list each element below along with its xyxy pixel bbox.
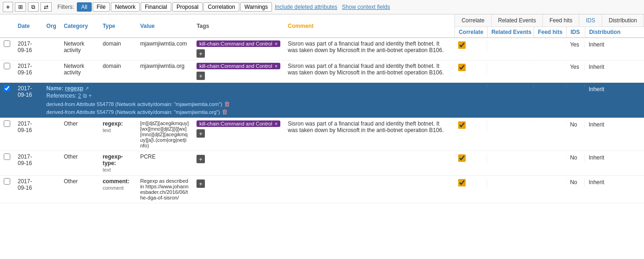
filter-show-context[interactable]: Show context fields — [340, 3, 392, 11]
row-value: [m][djtZ][acegikmquy][wx][mno][djtZ][i][… — [136, 118, 193, 151]
arrows-icon-button[interactable]: ⇄ — [41, 2, 52, 12]
correlate-checkbox[interactable] — [458, 179, 466, 186]
row-category: Other — [60, 151, 99, 176]
correlate-checkbox[interactable] — [458, 121, 466, 129]
trash-icon-1[interactable]: 🗑 — [224, 100, 230, 107]
toolbar-actions: + ⊞ ⧉ ⇄ — [3, 2, 52, 12]
references-label: References: — [47, 93, 78, 99]
row-checkbox-cell[interactable] — [0, 176, 14, 203]
filter-network[interactable]: Network — [111, 2, 140, 12]
references-count[interactable]: 2 — [78, 93, 81, 99]
row-date: 2017-09-16 — [14, 60, 43, 83]
row-tail-cells: No Inherit — [454, 151, 644, 176]
tab-ids[interactable]: IDS — [579, 14, 602, 27]
copy-icon-button[interactable]: ⧉ — [28, 2, 39, 12]
add-button[interactable]: + — [3, 2, 13, 12]
col-comment[interactable]: Comment — [284, 14, 454, 38]
correlate-checkbox[interactable] — [458, 154, 466, 162]
row-ids: Yes — [566, 40, 585, 49]
row-distribution: Inherit — [585, 153, 622, 162]
external-link-icon[interactable]: ↗ — [85, 86, 89, 91]
tab-distribution[interactable]: DistrIbution — [602, 14, 644, 27]
tag-remove-button[interactable]: × — [275, 121, 278, 126]
tab-correlate[interactable]: Correlate — [455, 14, 491, 27]
filter-proposal[interactable]: Proposal — [172, 2, 203, 12]
table-header-row: Date Org Category Type Value Tags Commen… — [0, 14, 644, 38]
table-row: 2017-09-16 Other regexp: text [m][djtZ][… — [0, 118, 644, 151]
name-link[interactable]: regexp — [65, 85, 83, 92]
row-value: PCRE — [136, 151, 193, 176]
type-sub: text — [102, 127, 111, 133]
row-distribution-expanded: Inherit — [585, 85, 622, 93]
col-date[interactable]: Date — [14, 14, 43, 38]
filter-warnings[interactable]: Warnings — [240, 2, 272, 12]
table-row: 2017-09-16 Network activity domain mjawm… — [0, 38, 644, 60]
row-checkbox[interactable] — [4, 40, 10, 47]
filter-all[interactable]: All — [77, 2, 91, 12]
row-tags: + — [193, 151, 284, 176]
filter-financial[interactable]: Financial — [141, 2, 171, 12]
row-checkbox[interactable] — [4, 178, 10, 185]
attributes-table: Date Org Category Type Value Tags Commen… — [0, 14, 644, 203]
row-comment — [284, 176, 454, 203]
table-row: 2017-09-16 Other comment: comment Regexp… — [0, 176, 644, 203]
tag-pill: kill-chain:Command and Control × — [197, 120, 280, 127]
comment-text: Sisron was part of a financial fraud and… — [288, 40, 444, 53]
row-checkbox[interactable] — [4, 120, 10, 127]
tag-add-button[interactable]: + — [197, 129, 205, 138]
row-ids: No — [566, 178, 585, 186]
row-checkbox[interactable] — [4, 153, 10, 160]
filter-include-deleted[interactable]: Include deleted attributes — [273, 3, 339, 11]
tag-add-button[interactable]: + — [197, 155, 205, 163]
row-ids: No — [566, 153, 585, 162]
tag-add-button[interactable]: + — [197, 72, 205, 80]
trash-icon-2[interactable]: 🗑 — [222, 108, 228, 115]
type-bold: regexp: — [102, 120, 122, 127]
col-type[interactable]: Type — [99, 14, 136, 38]
row-tags: kill-chain:Command and Control × + — [193, 60, 284, 83]
row-expanded-details: Name: regexp ↗ References: 2 ⧉ + derived… — [43, 83, 455, 118]
correlate-checkbox[interactable] — [458, 41, 466, 49]
filter-correlation[interactable]: Correlation — [203, 2, 239, 12]
row-value: mjawmjiwmtia.com — [136, 38, 193, 60]
col-checkbox — [0, 14, 14, 38]
tag-add-button[interactable]: + — [197, 49, 205, 58]
tag-label: kill-chain:Command and Control — [199, 63, 272, 69]
col-category[interactable]: Category — [60, 14, 99, 38]
col-correlate[interactable]: Correlate Related Events Feed hits IDS D… — [454, 14, 644, 38]
row-tail-cells: Yes Inherit — [454, 38, 644, 60]
row-checkbox-cell[interactable] — [0, 60, 14, 83]
tag-remove-button[interactable]: × — [275, 41, 278, 46]
col-tags: Tags — [193, 14, 284, 38]
row-checkbox-cell[interactable] — [0, 38, 14, 60]
add-ref-icon[interactable]: + — [88, 93, 92, 99]
row-comment: Sisron was part of a financial fraud and… — [284, 60, 454, 83]
row-ids: Yes — [566, 63, 585, 71]
row-tail-cells-expanded: Inherit — [454, 83, 644, 118]
row-checkbox-cell[interactable] — [0, 151, 14, 176]
row-checkbox[interactable] — [4, 85, 10, 92]
row-checkbox-cell[interactable] — [0, 118, 14, 151]
row-date: 2017-09-16 — [14, 118, 43, 151]
col-org[interactable]: Org — [43, 14, 60, 38]
derived-text-2: derived-from Attribute 554779 (Network a… — [47, 109, 220, 115]
filter-file[interactable]: File — [93, 2, 110, 12]
col-value[interactable]: Value — [136, 14, 193, 38]
correlate-checkbox[interactable] — [458, 64, 466, 71]
tab-related-events[interactable]: Related Events — [492, 14, 543, 27]
row-org — [43, 118, 60, 151]
tab-feed-hits[interactable]: Feed hits — [543, 14, 579, 27]
tag-remove-button[interactable]: × — [275, 63, 278, 69]
row-checkbox[interactable] — [4, 63, 10, 69]
comment-text: Sisron was part of a financial fraud and… — [288, 63, 444, 76]
type-sub: comment — [102, 185, 123, 191]
row-type: regexp-type: text — [99, 151, 136, 176]
row-checkbox-cell[interactable] — [0, 83, 14, 118]
comment-text: Sisron was part of a financial fraud and… — [288, 120, 444, 133]
tag-add-button[interactable]: + — [197, 179, 205, 188]
row-date: 2017-09-16 — [14, 151, 43, 176]
row-distribution: Inherit — [585, 40, 622, 49]
copy-ref-icon[interactable]: ⧉ — [83, 93, 87, 99]
table-icon-button[interactable]: ⊞ — [15, 2, 26, 12]
row-date: 2017-09-16 — [14, 176, 43, 203]
